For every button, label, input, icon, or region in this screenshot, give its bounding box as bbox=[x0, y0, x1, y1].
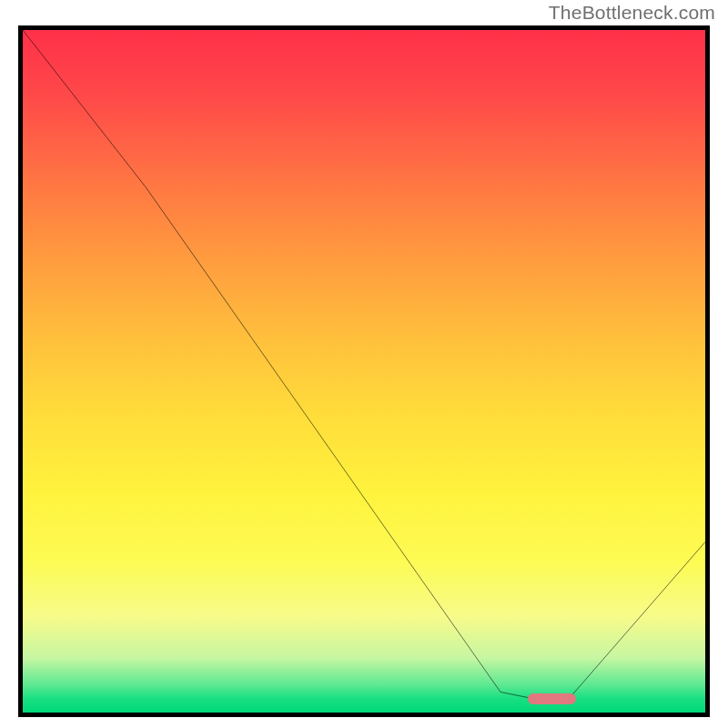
optimum-marker bbox=[528, 693, 576, 704]
chart-plot-area bbox=[18, 25, 710, 717]
curve-path bbox=[23, 30, 705, 699]
watermark-text: TheBottleneck.com bbox=[549, 2, 715, 24]
bottleneck-curve bbox=[23, 30, 705, 713]
